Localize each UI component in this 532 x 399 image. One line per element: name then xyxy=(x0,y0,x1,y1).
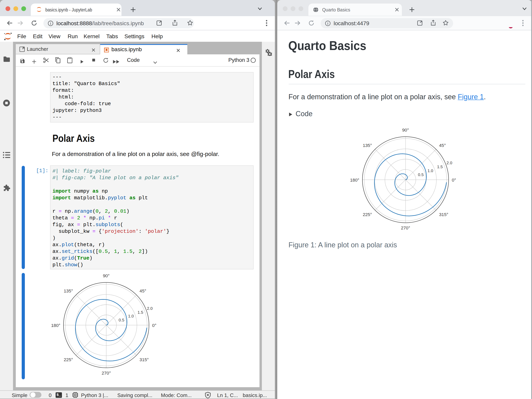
svg-text:90°: 90° xyxy=(103,274,110,278)
svg-text:0.5: 0.5 xyxy=(119,318,124,322)
svg-text:135°: 135° xyxy=(64,289,73,294)
svg-text:225°: 225° xyxy=(363,212,372,217)
svg-text:2.0: 2.0 xyxy=(447,160,452,165)
svg-text:315°: 315° xyxy=(139,357,149,362)
svg-text:315°: 315° xyxy=(439,212,448,217)
svg-text:1.5: 1.5 xyxy=(437,165,443,169)
svg-text:1.0: 1.0 xyxy=(428,168,433,173)
svg-text:45°: 45° xyxy=(139,289,146,294)
svg-text:180°: 180° xyxy=(51,323,61,328)
svg-text:0°: 0° xyxy=(152,323,157,328)
svg-text:2.0: 2.0 xyxy=(147,306,153,311)
svg-text:45°: 45° xyxy=(439,143,446,148)
svg-text:90°: 90° xyxy=(402,128,409,133)
svg-text:0.5: 0.5 xyxy=(418,172,424,177)
svg-text:270°: 270° xyxy=(401,226,410,230)
svg-text:180°: 180° xyxy=(350,178,360,183)
svg-text:225°: 225° xyxy=(64,357,73,362)
svg-text:0°: 0° xyxy=(452,178,456,183)
svg-text:1.5: 1.5 xyxy=(138,310,143,314)
svg-text:270°: 270° xyxy=(102,371,111,375)
svg-text:135°: 135° xyxy=(363,143,372,148)
svg-text:1.0: 1.0 xyxy=(128,314,134,319)
